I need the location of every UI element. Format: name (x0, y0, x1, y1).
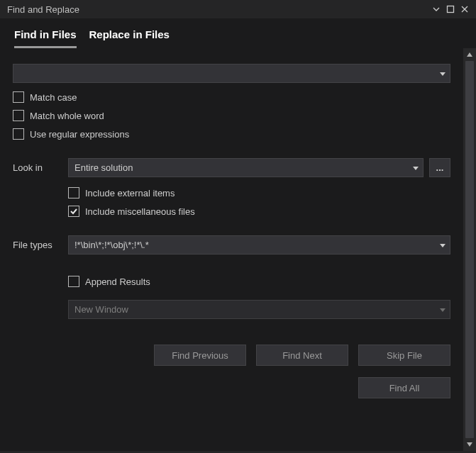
match-whole-word-label: Match whole word (30, 111, 104, 121)
file-types-input[interactable]: !*\bin\*;!*\obj\*;!*\.* (68, 235, 450, 255)
maximize-icon[interactable] (443, 2, 458, 16)
use-regex-label: Use regular expressions (30, 129, 129, 140)
svg-rect-0 (448, 6, 454, 13)
look-in-label: Look in (13, 162, 68, 173)
scrollbar[interactable] (463, 48, 476, 451)
svg-marker-6 (440, 308, 445, 312)
find-all-button[interactable]: Find All (358, 377, 450, 398)
close-icon[interactable] (458, 2, 472, 16)
scroll-up-icon[interactable] (463, 48, 476, 61)
scroll-thumb[interactable] (465, 61, 474, 438)
svg-marker-4 (413, 167, 419, 170)
include-misc-label: Include miscellaneous files (85, 206, 195, 217)
tab-find-in-files[interactable]: Find in Files (14, 28, 77, 48)
window-title: Find and Replace (7, 4, 429, 15)
match-case-checkbox[interactable] (13, 91, 24, 103)
match-case-label: Match case (30, 92, 77, 103)
results-window-combo[interactable]: New Window (68, 300, 450, 319)
include-external-checkbox[interactable] (68, 187, 79, 198)
svg-marker-8 (467, 442, 472, 447)
chevron-down-icon[interactable] (440, 240, 445, 250)
append-results-checkbox[interactable] (68, 276, 79, 287)
search-input[interactable] (13, 64, 450, 83)
match-whole-word-checkbox[interactable] (13, 110, 24, 121)
chevron-down-icon[interactable] (440, 68, 445, 79)
results-window-value: New Window (74, 304, 128, 315)
look-in-combo[interactable]: Entire solution (68, 158, 424, 177)
include-misc-checkbox[interactable] (68, 206, 79, 217)
find-next-button[interactable]: Find Next (256, 345, 348, 366)
chevron-down-icon[interactable] (413, 162, 419, 173)
tabs: Find in Files Replace in Files (0, 18, 476, 48)
file-types-value: !*\bin\*;!*\obj\*;!*\.* (74, 240, 149, 250)
file-types-label: File types (13, 240, 68, 250)
scroll-down-icon[interactable] (463, 438, 476, 451)
append-results-label: Append Results (85, 276, 150, 287)
skip-file-button[interactable]: Skip File (358, 345, 450, 366)
svg-marker-7 (467, 52, 472, 57)
svg-marker-3 (440, 72, 445, 76)
use-regex-checkbox[interactable] (13, 128, 24, 140)
find-previous-button[interactable]: Find Previous (154, 345, 246, 366)
browse-button[interactable]: ... (429, 158, 450, 177)
look-in-value: Entire solution (74, 162, 133, 173)
titlebar: Find and Replace (0, 0, 476, 18)
include-external-label: Include external items (85, 188, 175, 198)
chevron-down-icon[interactable] (440, 304, 445, 315)
svg-marker-5 (440, 244, 445, 247)
dropdown-icon[interactable] (429, 2, 443, 16)
tab-replace-in-files[interactable]: Replace in Files (89, 28, 170, 48)
